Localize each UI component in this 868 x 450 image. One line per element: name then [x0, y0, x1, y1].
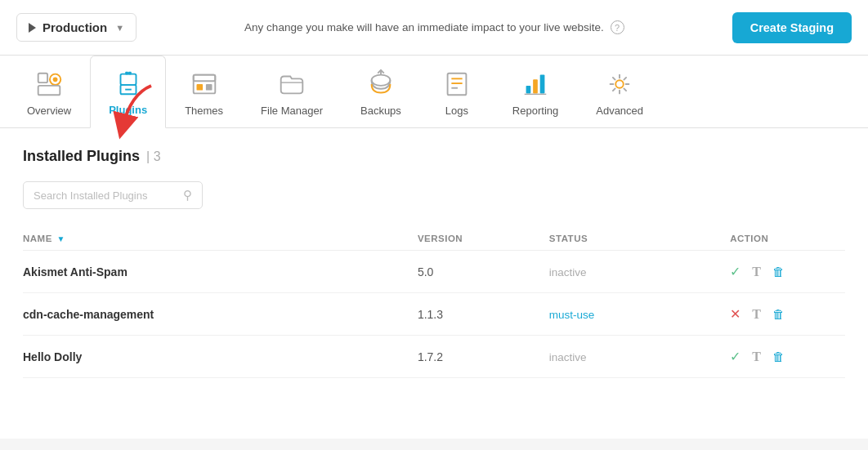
tab-reporting[interactable]: Reporting [494, 56, 577, 128]
svg-rect-22 [540, 74, 545, 93]
svg-rect-9 [193, 74, 215, 93]
tab-advanced-label: Advanced [596, 105, 643, 117]
action-icons: ✕ T 🗑 [730, 306, 845, 322]
tab-advanced[interactable]: Advanced [577, 56, 662, 128]
section-title: Installed Plugins | 3 [23, 148, 845, 165]
delete-icon[interactable]: 🗑 [772, 307, 785, 321]
svg-rect-12 [206, 84, 213, 91]
tab-overview-label: Overview [27, 105, 71, 117]
activate-icon[interactable]: ✓ [730, 349, 740, 364]
help-icon[interactable]: ? [611, 20, 624, 34]
svg-rect-11 [196, 84, 203, 91]
svg-rect-0 [38, 73, 47, 82]
deactivate-icon[interactable]: ✕ [730, 306, 740, 322]
tab-backups-label: Backups [360, 105, 401, 117]
plugin-count: | 3 [146, 149, 161, 164]
table-row: Hello Dolly 1.7.2 inactive ✓ T 🗑 [23, 336, 845, 378]
sort-arrow-icon: ▼ [57, 234, 65, 243]
plugin-version: 5.0 [418, 251, 549, 293]
svg-point-14 [372, 74, 391, 85]
toggle-icon[interactable]: T [752, 307, 761, 322]
delete-icon[interactable]: 🗑 [772, 350, 785, 363]
tab-filemanager-label: File Manager [261, 105, 323, 117]
delete-icon[interactable]: 🗑 [772, 265, 785, 278]
plugins-table: NAME ▼ VERSION STATUS ACTION Akismet Ant… [23, 227, 845, 378]
header-notice: Any change you make will have an immedia… [136, 20, 732, 34]
svg-rect-5 [125, 72, 128, 75]
svg-point-2 [53, 77, 58, 82]
col-header-name[interactable]: NAME ▼ [23, 227, 418, 251]
table-row: cdn-cache-management 1.1.3 must-use ✕ T … [23, 293, 845, 336]
environment-selector[interactable]: Production ▼ [16, 13, 136, 42]
play-icon [29, 23, 36, 33]
status-badge: inactive [549, 351, 587, 363]
action-icons: ✓ T 🗑 [730, 349, 845, 364]
col-header-action: ACTION [730, 227, 845, 251]
table-row: Akismet Anti-Spam 5.0 inactive ✓ T 🗑 [23, 251, 845, 293]
plugin-name: Akismet Anti-Spam [23, 265, 128, 278]
svg-point-24 [615, 80, 624, 88]
col-header-version: VERSION [418, 227, 549, 251]
env-label: Production [43, 20, 107, 34]
plugin-name: Hello Dolly [23, 350, 82, 363]
nav-tabs: Overview Plugins Themes File Manager [0, 56, 868, 128]
plugin-name: cdn-cache-management [23, 308, 154, 321]
col-header-status: STATUS [549, 227, 730, 251]
create-staging-button[interactable]: Create Staging [732, 12, 852, 43]
header: Production ▼ Any change you make will ha… [0, 0, 868, 56]
svg-rect-6 [128, 72, 132, 75]
toggle-icon[interactable]: T [752, 265, 761, 279]
svg-rect-3 [38, 85, 60, 94]
svg-rect-4 [120, 74, 136, 85]
chevron-down-icon: ▼ [115, 23, 124, 33]
search-icon: ⚲ [183, 188, 192, 203]
search-box[interactable]: ⚲ [23, 181, 203, 209]
activate-icon[interactable]: ✓ [730, 264, 740, 279]
tab-logs[interactable]: Logs [420, 56, 494, 128]
tab-filemanager[interactable]: File Manager [242, 56, 342, 128]
svg-rect-20 [526, 85, 531, 93]
main-content: Installed Plugins | 3 ⚲ NAME ▼ VERSION S… [0, 128, 868, 439]
tab-overview[interactable]: Overview [8, 56, 90, 128]
tab-reporting-label: Reporting [512, 105, 558, 117]
tab-themes-label: Themes [185, 105, 223, 117]
svg-rect-10 [193, 74, 215, 81]
status-badge: must-use [549, 309, 595, 321]
tab-logs-label: Logs [445, 105, 468, 117]
action-icons: ✓ T 🗑 [730, 264, 845, 279]
plugin-version: 1.7.2 [418, 336, 549, 378]
search-input[interactable] [34, 189, 180, 202]
tab-plugins[interactable]: Plugins [90, 56, 166, 128]
toggle-icon[interactable]: T [752, 350, 761, 364]
status-badge: inactive [549, 266, 587, 278]
tab-themes[interactable]: Themes [166, 56, 242, 128]
plugin-version: 1.1.3 [418, 293, 549, 336]
tab-backups[interactable]: Backups [342, 56, 420, 128]
tab-plugins-label: Plugins [109, 104, 147, 116]
svg-rect-21 [533, 79, 538, 93]
